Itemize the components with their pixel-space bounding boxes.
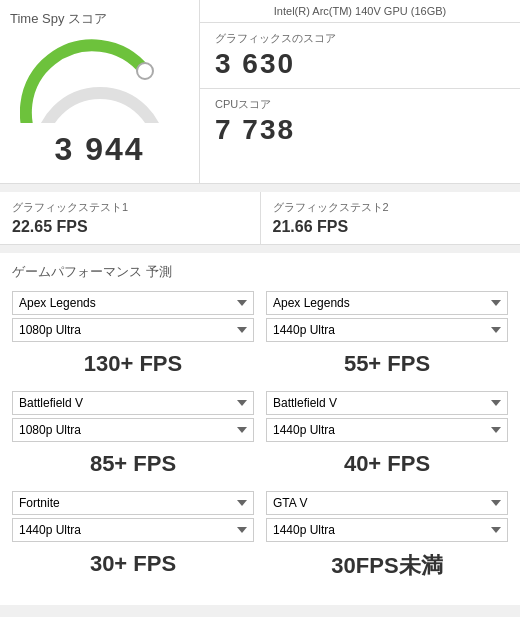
gauge-title-main: Time Spy xyxy=(10,11,64,26)
graphics-score-label: グラフィックスのスコア xyxy=(215,31,505,46)
right-scores-panel: Intel(R) Arc(TM) 140V GPU (16GB) グラフィックス… xyxy=(200,0,520,183)
game-fps-2: 85+ FPS xyxy=(12,445,254,483)
cpu-score-block: CPUスコア 7 738 xyxy=(200,89,520,154)
game-entry-0: Apex Legends 1080p Ultra 130+ FPS xyxy=(12,291,254,383)
fps-label-2: グラフィックステスト2 xyxy=(273,200,509,215)
resolution-select-3[interactable]: 1440p Ultra xyxy=(266,418,508,442)
svg-point-0 xyxy=(137,63,153,79)
game-fps-5: 30FPS未満 xyxy=(266,545,508,587)
gauge-svg xyxy=(20,33,180,123)
cpu-score-value: 7 738 xyxy=(215,114,505,146)
game-grid: Apex Legends 1080p Ultra 130+ FPS Apex L… xyxy=(12,291,508,595)
gauge-graphic xyxy=(20,33,180,123)
gpu-label: Intel(R) Arc(TM) 140V GPU (16GB) xyxy=(200,0,520,23)
game-select-4[interactable]: Fortnite xyxy=(12,491,254,515)
game-entry-1: Apex Legends 1440p Ultra 55+ FPS xyxy=(266,291,508,383)
game-select-5[interactable]: GTA V xyxy=(266,491,508,515)
cpu-score-label: CPUスコア xyxy=(215,97,505,112)
resolution-select-2[interactable]: 1080p Ultra xyxy=(12,418,254,442)
fps-value-1: 22.65 FPS xyxy=(12,218,248,236)
graphics-score-value: 3 630 xyxy=(215,48,505,80)
game-entry-2: Battlefield V 1080p Ultra 85+ FPS xyxy=(12,391,254,483)
resolution-select-5[interactable]: 1440p Ultra xyxy=(266,518,508,542)
game-perf-section: ゲームパフォーマンス 予測 Apex Legends 1080p Ultra 1… xyxy=(0,253,520,605)
gauge-title-sub: スコア xyxy=(68,11,107,26)
game-entry-4: Fortnite 1440p Ultra 30+ FPS xyxy=(12,491,254,587)
resolution-select-0[interactable]: 1080p Ultra xyxy=(12,318,254,342)
fps-section: グラフィックステスト1 22.65 FPS グラフィックステスト2 21.66 … xyxy=(0,192,520,245)
game-select-1[interactable]: Apex Legends xyxy=(266,291,508,315)
fps-block-1: グラフィックステスト1 22.65 FPS xyxy=(0,192,261,244)
gauge-score: 3 944 xyxy=(54,131,144,168)
game-select-3[interactable]: Battlefield V xyxy=(266,391,508,415)
fps-label-1: グラフィックステスト1 xyxy=(12,200,248,215)
game-perf-title: ゲームパフォーマンス 予測 xyxy=(12,263,508,281)
game-entry-3: Battlefield V 1440p Ultra 40+ FPS xyxy=(266,391,508,483)
game-select-2[interactable]: Battlefield V xyxy=(12,391,254,415)
fps-value-2: 21.66 FPS xyxy=(273,218,509,236)
graphics-score-block: グラフィックスのスコア 3 630 xyxy=(200,23,520,89)
game-entry-5: GTA V 1440p Ultra 30FPS未満 xyxy=(266,491,508,587)
gauge-panel: Time Spy スコア 3 944 xyxy=(0,0,200,183)
game-fps-4: 30+ FPS xyxy=(12,545,254,583)
gauge-title: Time Spy スコア xyxy=(10,10,107,28)
game-fps-3: 40+ FPS xyxy=(266,445,508,483)
game-select-0[interactable]: Apex Legends xyxy=(12,291,254,315)
resolution-select-4[interactable]: 1440p Ultra xyxy=(12,518,254,542)
game-fps-1: 55+ FPS xyxy=(266,345,508,383)
game-fps-0: 130+ FPS xyxy=(12,345,254,383)
resolution-select-1[interactable]: 1440p Ultra xyxy=(266,318,508,342)
fps-block-2: グラフィックステスト2 21.66 FPS xyxy=(261,192,521,244)
